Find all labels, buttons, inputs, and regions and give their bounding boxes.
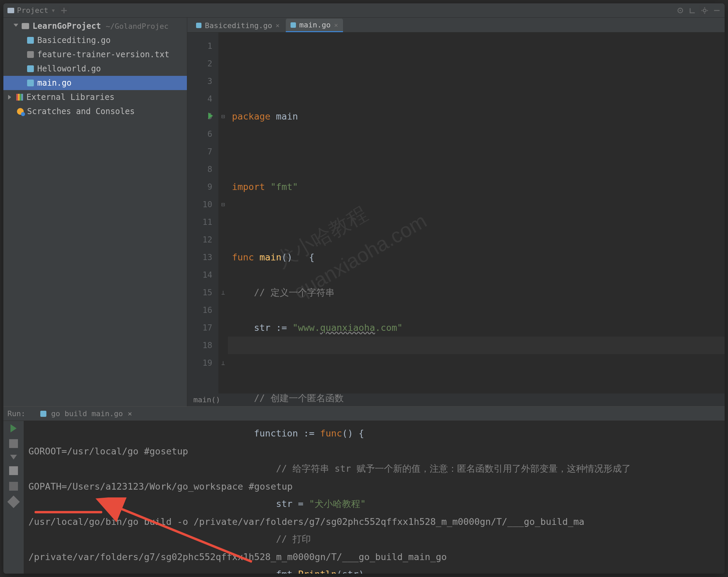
svg-point-1 — [680, 9, 681, 11]
stop-icon[interactable] — [9, 439, 18, 448]
down-icon[interactable] — [10, 455, 17, 460]
go-file-icon — [291, 22, 296, 28]
file-name: Helloworld.go — [37, 64, 101, 73]
folder-icon — [7, 8, 14, 13]
line-gutter[interactable]: 12345678910111213141516171819 — [187, 33, 218, 393]
text-file-icon — [27, 51, 34, 58]
editor-panel: Basicediting.go × main.go × 123456789101… — [187, 18, 725, 406]
chevron-right-icon[interactable] — [8, 95, 13, 100]
code-body[interactable]: package main import "fmt" func main() { … — [228, 33, 725, 393]
editor-tab-active[interactable]: main.go × — [286, 19, 343, 32]
project-selector[interactable]: Project ▾ — [7, 6, 56, 15]
editor-tabs: Basicediting.go × main.go × — [187, 18, 725, 33]
file-name: Basicediting.go — [37, 36, 111, 45]
run-side-toolbar — [3, 421, 24, 574]
project-label: Project — [17, 6, 48, 15]
pin-icon[interactable] — [7, 496, 20, 508]
close-icon[interactable]: × — [128, 409, 132, 418]
svg-point-2 — [703, 9, 706, 12]
rerun-icon[interactable] — [10, 424, 17, 432]
library-icon — [16, 94, 23, 101]
tree-root[interactable]: LearnGoProject ~/GolandProjec — [3, 19, 187, 33]
go-file-icon — [27, 80, 34, 86]
external-libraries[interactable]: External Libraries — [3, 90, 187, 104]
upper-split: LearnGoProject ~/GolandProjec Basicediti… — [3, 18, 725, 406]
file-name: feature-trainer-version.txt — [37, 50, 169, 59]
scratches[interactable]: Scratches and Consoles — [3, 104, 187, 119]
project-toolbar: Project ▾ — [3, 3, 725, 18]
run-gutter-icon[interactable] — [208, 112, 213, 119]
ide-window: Project ▾ LearnGoProject ~/GolandProjec — [3, 3, 725, 574]
tree-file-selected[interactable]: main.go — [3, 76, 187, 90]
tab-label: main.go — [299, 21, 331, 29]
locate-icon[interactable] — [677, 7, 684, 14]
annotation-underline — [35, 511, 102, 513]
code-area[interactable]: 12345678910111213141516171819 ⊟ ⊟ ⊥ ⊥ — [187, 33, 725, 393]
folder-icon — [22, 23, 29, 29]
chevron-down-icon[interactable] — [14, 24, 18, 28]
close-icon[interactable]: × — [334, 21, 338, 29]
close-icon[interactable]: × — [276, 21, 280, 29]
go-file-icon — [27, 65, 34, 72]
layout-icon[interactable] — [9, 482, 18, 491]
collapse-icon[interactable] — [60, 7, 68, 14]
tab-label: Basicediting.go — [205, 21, 272, 30]
scratches-icon — [17, 108, 24, 115]
gear-icon[interactable] — [701, 7, 708, 14]
trash-icon[interactable] — [9, 466, 18, 475]
tree-file[interactable]: Helloworld.go — [3, 62, 187, 76]
run-label: Run: — [7, 409, 25, 418]
breadcrumb-item: main() — [193, 396, 220, 404]
go-file-icon — [27, 37, 34, 44]
external-label: External Libraries — [26, 92, 114, 102]
main-area: LearnGoProject ~/GolandProjec Basicediti… — [3, 18, 725, 574]
chevron-down-icon: ▾ — [51, 6, 56, 15]
project-tree[interactable]: LearnGoProject ~/GolandProjec Basicediti… — [3, 18, 187, 406]
editor-tab[interactable]: Basicediting.go × — [191, 19, 284, 32]
hide-icon[interactable] — [713, 7, 721, 14]
go-file-icon — [196, 23, 201, 28]
project-path: ~/GolandProjec — [106, 22, 168, 30]
scratches-label: Scratches and Consoles — [27, 107, 135, 116]
go-file-icon — [40, 411, 46, 417]
expand-icon[interactable] — [689, 7, 696, 14]
svg-rect-3 — [714, 10, 720, 11]
tree-file[interactable]: Basicediting.go — [3, 33, 187, 47]
run-config-name[interactable]: go build main.go — [51, 409, 123, 418]
fold-column[interactable]: ⊟ ⊟ ⊥ ⊥ — [218, 33, 228, 393]
project-name: LearnGoProject — [33, 21, 101, 31]
tree-file[interactable]: feature-trainer-version.txt — [3, 47, 187, 62]
file-name: main.go — [37, 78, 71, 88]
